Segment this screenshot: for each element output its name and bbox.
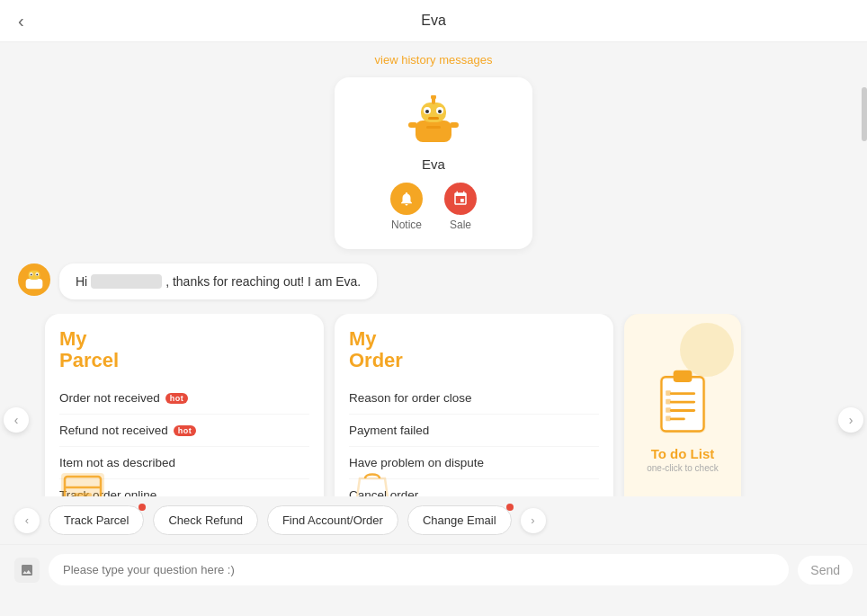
quick-actions-bar: ‹ Track Parcel Check Refund Find Account…: [0, 496, 867, 544]
back-button[interactable]: ‹: [18, 11, 24, 31]
my-order-title: MyOrder: [349, 328, 599, 371]
svg-rect-10: [408, 122, 417, 128]
quick-actions-left-arrow[interactable]: ‹: [14, 508, 40, 533]
header-title: Eva: [421, 13, 446, 29]
svg-rect-28: [670, 417, 685, 420]
chat-input[interactable]: [49, 554, 789, 585]
order-item-1-label: Payment failed: [349, 424, 429, 437]
hot-badge-0: hot: [165, 393, 189, 404]
parcel-item-1-label: Refund not received: [59, 424, 168, 437]
hot-badge-1: hot: [174, 425, 197, 436]
header: ‹ Eva: [0, 0, 867, 42]
parcel-item-0[interactable]: Order not received hot: [59, 382, 309, 415]
todo-subtitle: one-click to check: [647, 463, 718, 473]
svg-rect-8: [428, 117, 439, 120]
eva-card-name: Eva: [422, 156, 445, 172]
parcel-item-0-label: Order not received: [59, 391, 160, 405]
svg-rect-12: [26, 279, 43, 289]
svg-point-7: [438, 110, 442, 113]
svg-rect-29: [666, 390, 671, 396]
svg-rect-9: [426, 126, 441, 129]
order-item-0[interactable]: Reason for order close: [349, 382, 599, 415]
svg-rect-27: [670, 409, 695, 412]
eva-robot-icon: [407, 95, 460, 149]
greeting-text: Hi , thanks for reaching out! I am Eva.: [76, 274, 361, 289]
sale-icon: [444, 183, 477, 215]
my-order-card: MyOrder Reason for order close Payment f…: [335, 314, 613, 496]
notice-button[interactable]: Notice: [390, 183, 423, 231]
svg-rect-24: [674, 370, 693, 381]
quick-actions-right-arrow[interactable]: ›: [521, 508, 546, 533]
scrollbar: [862, 87, 867, 141]
svg-rect-23: [661, 377, 703, 431]
order-item-1[interactable]: Payment failed: [349, 415, 599, 447]
bot-avatar: [18, 263, 50, 296]
quick-btn-check-refund[interactable]: Check Refund: [153, 505, 257, 535]
svg-rect-31: [666, 407, 671, 413]
svg-point-3: [431, 95, 436, 100]
cards-wrapper: ‹ MyParcel Order not received hot Refund…: [0, 314, 867, 496]
input-bar: Send: [0, 544, 867, 594]
todo-card[interactable]: To do List one-click to check: [624, 314, 741, 496]
parcel-item-1[interactable]: Refund not received hot: [59, 415, 309, 447]
parcel-icon: [58, 460, 108, 496]
svg-rect-25: [670, 392, 695, 395]
svg-point-17: [36, 273, 38, 275]
send-button[interactable]: Send: [798, 556, 853, 585]
todo-clipboard-icon: [651, 367, 714, 439]
cards-nav-right[interactable]: ›: [838, 407, 863, 433]
change-email-dot: [506, 504, 514, 511]
image-input-icon[interactable]: [14, 558, 40, 583]
my-parcel-card: MyParcel Order not received hot Refund n…: [45, 314, 324, 496]
cards-nav-left[interactable]: ‹: [4, 407, 29, 433]
sale-button[interactable]: Sale: [444, 183, 477, 231]
order-item-0-label: Reason for order close: [349, 391, 472, 405]
quick-btn-track-parcel[interactable]: Track Parcel: [49, 505, 144, 535]
todo-title: To do List: [651, 446, 715, 461]
notice-label: Notice: [391, 219, 422, 231]
svg-rect-26: [670, 400, 695, 403]
cards-row: MyParcel Order not received hot Refund n…: [27, 314, 840, 496]
svg-rect-32: [666, 415, 671, 421]
chat-area: view history messages Eva: [0, 42, 867, 496]
my-parcel-title: MyParcel: [59, 328, 309, 371]
svg-rect-0: [416, 121, 451, 142]
eva-card-buttons: Notice Sale: [390, 183, 477, 231]
svg-point-6: [425, 110, 429, 113]
greeting-row: Hi , thanks for reaching out! I am Eva.: [0, 263, 867, 314]
history-link[interactable]: view history messages: [0, 42, 867, 77]
quick-btn-find-account[interactable]: Find Account/Order: [267, 505, 398, 535]
bag-icon: [347, 460, 398, 496]
svg-point-16: [31, 273, 32, 275]
svg-rect-30: [666, 398, 671, 404]
quick-btn-change-email[interactable]: Change Email: [407, 505, 512, 535]
eva-card: Eva Notice Sale: [335, 77, 532, 249]
svg-rect-11: [450, 122, 459, 128]
track-parcel-dot: [139, 504, 146, 511]
greeting-bubble: Hi , thanks for reaching out! I am Eva.: [59, 263, 377, 299]
notice-icon: [390, 183, 423, 215]
sale-label: Sale: [450, 219, 471, 231]
